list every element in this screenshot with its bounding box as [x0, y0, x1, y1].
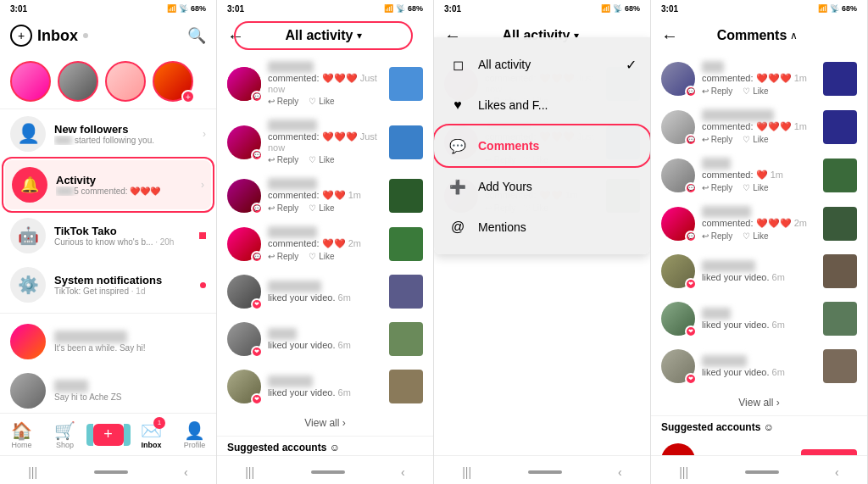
story-row: +	[0, 54, 216, 108]
activity-item-1[interactable]: 💬 ████ ██ commented: ❤️❤️❤️ Just now ↩ R…	[217, 54, 433, 113]
comment-avatar-7: ❤	[661, 349, 695, 383]
dropdown-add-yours[interactable]: ➕ Add Yours	[434, 166, 650, 207]
back-gesture-1: ‹	[184, 465, 188, 479]
suggested-item-4: JOJO'S Jojo's Restaurant Follow	[651, 438, 867, 455]
activity-item-2[interactable]: 💬 ██ █ ███ commented: ❤️❤️❤️ Just now ↩ …	[217, 113, 433, 171]
activity-item-5[interactable]: ❤ █████ ██ liked your video. 6m	[217, 268, 433, 315]
user2-name: █ ███	[54, 380, 206, 392]
system-avatar: ⚙️	[10, 267, 46, 303]
nav-profile[interactable]: 👤 Profile	[173, 414, 216, 455]
nav-inbox[interactable]: ✉️ 1 Inbox	[130, 414, 173, 455]
story-avatar-4[interactable]: +	[153, 61, 193, 102]
status-icons-4: 📶📡68%	[818, 4, 857, 13]
inbox-item-activity[interactable]: 🔔 Activity ███5 commented: ❤️❤️❤️ ›	[5, 160, 211, 209]
c-reply-3[interactable]: ↩ Reply	[702, 183, 732, 192]
mentions-label: Mentions	[478, 220, 526, 234]
inbox-dot	[83, 33, 88, 38]
panel-inbox: 3:01 📶 📡 68% + Inbox 🔍 +	[0, 0, 217, 484]
story-avatar-3[interactable]	[105, 61, 146, 102]
back-gesture-3: ‹	[618, 465, 622, 479]
act-content-2: ██ █ ███ commented: ❤️❤️❤️ Just now ↩ Re…	[268, 120, 382, 164]
inbox-item-system[interactable]: ⚙️ System notifications TikTok: Get insp…	[0, 260, 216, 309]
dropdown-all-activity[interactable]: ◻ All activity ✓	[434, 44, 650, 85]
c-reply-1[interactable]: ↩ Reply	[702, 86, 732, 96]
act-avatar-2: 💬	[227, 125, 261, 159]
c-like-4[interactable]: ♡ Like	[743, 231, 768, 241]
comment-badge-4: 💬	[251, 251, 263, 263]
comment-item-4[interactable]: 💬 A██ █ ██ commented: ❤️❤️❤️ 2m ↩ Reply …	[651, 199, 867, 248]
nav-add[interactable]: +	[86, 414, 130, 455]
add-icon[interactable]: +	[10, 25, 32, 47]
status-icons-3: 📶📡68%	[601, 4, 640, 13]
inbox-item-followers[interactable]: 👤 New followers ███ started following yo…	[0, 109, 216, 159]
comment-item-2[interactable]: 💬 ██ █ ██ ██ZS commented: ❤️❤️❤️ 1m ↩ Re…	[651, 103, 867, 151]
wifi-icon: 📡	[179, 4, 188, 13]
comment-item-1[interactable]: 💬 A██ commented: ❤️❤️❤️ 1m ↩ Reply ♡ Lik…	[651, 54, 867, 103]
inbox-item-user1[interactable]: E████ ████ It's been a while. Say hi!	[0, 317, 216, 366]
follow-btn-4[interactable]: Follow	[801, 449, 857, 455]
reply-btn-2[interactable]: ↩ Reply	[268, 155, 298, 164]
panel-dropdown: 3:01 📶📡68% ← All activity ▾ ████ ██ comm…	[434, 0, 651, 484]
activity-item-4[interactable]: 💬 A██ █ ██ commented: ❤️❤️ 2m ↩ Reply ♡ …	[217, 220, 433, 268]
comment-item-5[interactable]: ❤ █████ ██ liked your video. 6m	[651, 248, 867, 295]
comment-desc-1: commented: ❤️❤️❤️ 1m	[702, 73, 816, 84]
inbox-item-tiktok[interactable]: 🤖 TikTok Tako Curious to know who's b...…	[0, 211, 216, 260]
c-like-2[interactable]: ♡ Like	[743, 135, 768, 144]
inbox-item-user2[interactable]: █ ███ Say hi to Ache ZS	[0, 366, 216, 413]
comment-item-6[interactable]: ❤ ████ liked your video. 6m	[651, 295, 867, 342]
comment-item-3[interactable]: 💬 ████ commented: ❤️ 1m ↩ Reply ♡ Like	[651, 151, 867, 199]
comments-icon: 💬	[448, 136, 468, 156]
add-btn[interactable]: +	[93, 424, 124, 446]
reply-btn-4[interactable]: ↩ Reply	[268, 252, 298, 261]
dropdown-comments[interactable]: 💬 Comments	[434, 125, 650, 166]
activity-list-2: 💬 ████ ██ commented: ❤️❤️❤️ Just now ↩ R…	[217, 54, 433, 455]
comments-label: Comments	[478, 139, 539, 153]
like-btn-2[interactable]: ♡ Like	[309, 155, 334, 164]
c-like-3[interactable]: ♡ Like	[743, 183, 768, 192]
c-like-1[interactable]: ♡ Like	[743, 86, 768, 96]
add-yours-label: Add Yours	[478, 180, 532, 193]
story-avatar-1[interactable]	[10, 61, 51, 102]
act-thumb-3	[389, 179, 423, 213]
user1-sub: It's been a while. Say hi!	[54, 343, 206, 353]
story-add-icon: +	[181, 90, 195, 103]
story-avatar-2[interactable]	[58, 61, 98, 102]
dropdown-arrow-2[interactable]: ▾	[357, 30, 362, 42]
tiktok-name: TikTok Tako	[54, 225, 191, 237]
act-desc-4: commented: ❤️❤️ 2m	[268, 238, 382, 249]
activity-item-6[interactable]: ❤ ████ liked your video. 6m	[217, 315, 433, 363]
back-btn-2[interactable]: ←	[227, 26, 244, 46]
tiktok-avatar: 🤖	[10, 218, 46, 253]
home-gesture-2	[311, 470, 345, 474]
reply-btn-1[interactable]: ↩ Reply	[268, 97, 298, 106]
comment-thumb-4	[823, 207, 857, 241]
like-btn-4[interactable]: ♡ Like	[309, 252, 334, 261]
act-content-6: ████ liked your video. 6m	[268, 328, 382, 350]
comment-badge-2: 💬	[251, 149, 263, 161]
search-icon[interactable]: 🔍	[187, 26, 206, 45]
comment-item-7[interactable]: ❤ ████ ZS liked your video. 6m	[651, 342, 867, 390]
likes-icon: ♥	[448, 95, 468, 115]
dropdown-mentions[interactable]: @ Mentions	[434, 207, 650, 248]
sort-arrow[interactable]: ∧	[790, 30, 798, 42]
c-reply-2[interactable]: ↩ Reply	[702, 135, 732, 144]
followers-name: New followers	[54, 123, 194, 136]
back-btn-4[interactable]: ←	[661, 26, 678, 46]
activity-item-3[interactable]: 💬 A██ █ ██ commented: ❤️❤️ 1m ↩ Reply ♡ …	[217, 171, 433, 220]
like-badge-5: ❤	[251, 298, 263, 310]
c-reply-4[interactable]: ↩ Reply	[702, 231, 732, 241]
view-all-4[interactable]: View all ›	[651, 390, 867, 415]
act-name-3: A██ █ ██	[268, 178, 382, 190]
status-bar-4: 3:01 📶📡68%	[651, 0, 867, 17]
comment-thumb-5	[823, 254, 857, 288]
nav-home[interactable]: 🏠 Home	[0, 414, 43, 455]
act-avatar-1: 💬	[227, 67, 261, 101]
activity-item-7[interactable]: ❤ ████ ZS liked your video. 6m	[217, 363, 433, 410]
like-btn-3[interactable]: ♡ Like	[309, 203, 334, 213]
view-all-2[interactable]: View all ›	[217, 410, 433, 436]
dropdown-likes[interactable]: ♥ Likes and F...	[434, 85, 650, 125]
like-btn-1[interactable]: ♡ Like	[309, 97, 334, 106]
act-thumb-7	[389, 370, 423, 403]
reply-btn-3[interactable]: ↩ Reply	[268, 203, 298, 213]
nav-shop[interactable]: 🛒 Shop	[43, 414, 86, 455]
